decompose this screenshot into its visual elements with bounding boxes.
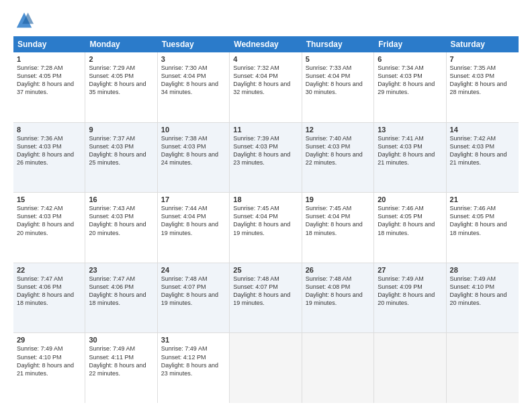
day-info: Sunrise: 7:49 AMSunset: 4:09 PMDaylight:… — [378, 275, 442, 308]
calendar-cell: 16Sunrise: 7:43 AMSunset: 4:03 PMDayligh… — [85, 193, 157, 263]
day-number: 1 — [17, 55, 81, 63]
calendar-cell: 7Sunrise: 7:35 AMSunset: 4:03 PMDaylight… — [447, 52, 519, 122]
day-number: 22 — [17, 266, 81, 274]
calendar-row: 29Sunrise: 7:49 AMSunset: 4:10 PMDayligh… — [13, 333, 519, 403]
day-info: Sunrise: 7:46 AMSunset: 4:05 PMDaylight:… — [378, 204, 442, 237]
day-info: Sunrise: 7:49 AMSunset: 4:11 PMDaylight:… — [89, 345, 153, 377]
calendar-cell — [374, 333, 446, 403]
header — [13, 11, 519, 30]
day-info: Sunrise: 7:28 AMSunset: 4:05 PMDaylight:… — [17, 64, 81, 97]
day-info: Sunrise: 7:45 AMSunset: 4:04 PMDaylight:… — [233, 204, 298, 237]
calendar-cell: 13Sunrise: 7:41 AMSunset: 4:03 PMDayligh… — [374, 123, 446, 193]
day-number: 5 — [306, 55, 370, 63]
day-number: 13 — [378, 126, 442, 134]
day-info: Sunrise: 7:49 AMSunset: 4:10 PMDaylight:… — [450, 275, 515, 308]
day-number: 7 — [450, 55, 515, 63]
calendar: SundayMondayTuesdayWednesdayThursdayFrid… — [13, 36, 519, 403]
calendar-cell: 19Sunrise: 7:45 AMSunset: 4:04 PMDayligh… — [302, 193, 374, 263]
calendar-cell: 17Sunrise: 7:44 AMSunset: 4:04 PMDayligh… — [158, 193, 230, 263]
calendar-cell: 14Sunrise: 7:42 AMSunset: 4:03 PMDayligh… — [447, 123, 519, 193]
calendar-cell: 30Sunrise: 7:49 AMSunset: 4:11 PMDayligh… — [85, 333, 157, 403]
day-info: Sunrise: 7:42 AMSunset: 4:03 PMDaylight:… — [450, 134, 515, 167]
calendar-cell: 12Sunrise: 7:40 AMSunset: 4:03 PMDayligh… — [302, 123, 374, 193]
day-number: 25 — [233, 266, 298, 274]
day-number: 19 — [306, 195, 370, 203]
day-info: Sunrise: 7:29 AMSunset: 4:05 PMDaylight:… — [89, 64, 153, 97]
day-number: 26 — [306, 266, 370, 274]
weekday-header: Wednesday — [230, 36, 302, 52]
weekday-header: Tuesday — [158, 36, 230, 52]
day-number: 12 — [306, 126, 370, 134]
day-number: 3 — [161, 55, 226, 63]
calendar-cell: 31Sunrise: 7:49 AMSunset: 4:12 PMDayligh… — [158, 333, 230, 403]
weekday-header: Friday — [374, 36, 446, 52]
calendar-cell — [230, 333, 302, 403]
calendar-cell: 3Sunrise: 7:30 AMSunset: 4:04 PMDaylight… — [158, 52, 230, 122]
calendar-body: 1Sunrise: 7:28 AMSunset: 4:05 PMDaylight… — [13, 52, 519, 403]
logo — [13, 11, 34, 30]
day-number: 28 — [450, 266, 515, 274]
calendar-row: 1Sunrise: 7:28 AMSunset: 4:05 PMDaylight… — [13, 52, 519, 123]
day-info: Sunrise: 7:40 AMSunset: 4:03 PMDaylight:… — [306, 134, 370, 167]
day-info: Sunrise: 7:49 AMSunset: 4:10 PMDaylight:… — [17, 345, 81, 377]
day-number: 29 — [17, 336, 81, 344]
calendar-cell: 15Sunrise: 7:42 AMSunset: 4:03 PMDayligh… — [13, 193, 85, 263]
calendar-cell: 25Sunrise: 7:48 AMSunset: 4:07 PMDayligh… — [230, 263, 302, 333]
calendar-cell: 28Sunrise: 7:49 AMSunset: 4:10 PMDayligh… — [447, 263, 519, 333]
calendar-cell: 4Sunrise: 7:32 AMSunset: 4:04 PMDaylight… — [230, 52, 302, 122]
day-number: 10 — [161, 126, 226, 134]
weekday-header: Monday — [85, 36, 157, 52]
calendar-cell — [302, 333, 374, 403]
day-info: Sunrise: 7:49 AMSunset: 4:12 PMDaylight:… — [161, 345, 226, 377]
day-info: Sunrise: 7:47 AMSunset: 4:06 PMDaylight:… — [89, 275, 153, 308]
day-number: 20 — [378, 195, 442, 203]
day-number: 18 — [233, 195, 298, 203]
day-number: 2 — [89, 55, 153, 63]
day-number: 11 — [233, 126, 298, 134]
day-number: 8 — [17, 126, 81, 134]
day-number: 27 — [378, 266, 442, 274]
calendar-header: SundayMondayTuesdayWednesdayThursdayFrid… — [13, 36, 519, 52]
day-info: Sunrise: 7:34 AMSunset: 4:03 PMDaylight:… — [378, 64, 442, 97]
weekday-header: Sunday — [13, 36, 85, 52]
calendar-cell: 2Sunrise: 7:29 AMSunset: 4:05 PMDaylight… — [85, 52, 157, 122]
day-info: Sunrise: 7:32 AMSunset: 4:04 PMDaylight:… — [233, 64, 298, 97]
calendar-cell: 24Sunrise: 7:48 AMSunset: 4:07 PMDayligh… — [158, 263, 230, 333]
day-info: Sunrise: 7:48 AMSunset: 4:08 PMDaylight:… — [306, 275, 370, 308]
day-info: Sunrise: 7:48 AMSunset: 4:07 PMDaylight:… — [233, 275, 298, 308]
day-info: Sunrise: 7:41 AMSunset: 4:03 PMDaylight:… — [378, 134, 442, 167]
calendar-cell: 5Sunrise: 7:33 AMSunset: 4:04 PMDaylight… — [302, 52, 374, 122]
calendar-row: 8Sunrise: 7:36 AMSunset: 4:03 PMDaylight… — [13, 123, 519, 193]
calendar-cell: 23Sunrise: 7:47 AMSunset: 4:06 PMDayligh… — [85, 263, 157, 333]
day-number: 9 — [89, 126, 153, 134]
day-info: Sunrise: 7:46 AMSunset: 4:05 PMDaylight:… — [450, 204, 515, 237]
calendar-cell: 29Sunrise: 7:49 AMSunset: 4:10 PMDayligh… — [13, 333, 85, 403]
calendar-cell: 22Sunrise: 7:47 AMSunset: 4:06 PMDayligh… — [13, 263, 85, 333]
calendar-row: 22Sunrise: 7:47 AMSunset: 4:06 PMDayligh… — [13, 263, 519, 334]
calendar-cell: 6Sunrise: 7:34 AMSunset: 4:03 PMDaylight… — [374, 52, 446, 122]
day-info: Sunrise: 7:45 AMSunset: 4:04 PMDaylight:… — [306, 204, 370, 237]
day-info: Sunrise: 7:35 AMSunset: 4:03 PMDaylight:… — [450, 64, 515, 97]
day-info: Sunrise: 7:47 AMSunset: 4:06 PMDaylight:… — [17, 275, 81, 308]
day-number: 30 — [89, 336, 153, 344]
calendar-row: 15Sunrise: 7:42 AMSunset: 4:03 PMDayligh… — [13, 193, 519, 263]
calendar-cell: 9Sunrise: 7:37 AMSunset: 4:03 PMDaylight… — [85, 123, 157, 193]
calendar-cell: 21Sunrise: 7:46 AMSunset: 4:05 PMDayligh… — [447, 193, 519, 263]
day-number: 6 — [378, 55, 442, 63]
day-number: 21 — [450, 195, 515, 203]
calendar-cell: 26Sunrise: 7:48 AMSunset: 4:08 PMDayligh… — [302, 263, 374, 333]
calendar-cell: 10Sunrise: 7:38 AMSunset: 4:03 PMDayligh… — [158, 123, 230, 193]
calendar-cell: 1Sunrise: 7:28 AMSunset: 4:05 PMDaylight… — [13, 52, 85, 122]
day-info: Sunrise: 7:30 AMSunset: 4:04 PMDaylight:… — [161, 64, 226, 97]
weekday-header: Thursday — [302, 36, 374, 52]
logo-icon — [15, 11, 34, 30]
calendar-cell — [447, 333, 519, 403]
calendar-cell: 20Sunrise: 7:46 AMSunset: 4:05 PMDayligh… — [374, 193, 446, 263]
day-number: 14 — [450, 126, 515, 134]
day-number: 31 — [161, 336, 226, 344]
day-info: Sunrise: 7:37 AMSunset: 4:03 PMDaylight:… — [89, 134, 153, 167]
day-number: 16 — [89, 195, 153, 203]
day-info: Sunrise: 7:42 AMSunset: 4:03 PMDaylight:… — [17, 204, 81, 237]
day-info: Sunrise: 7:39 AMSunset: 4:03 PMDaylight:… — [233, 134, 298, 167]
day-number: 15 — [17, 195, 81, 203]
